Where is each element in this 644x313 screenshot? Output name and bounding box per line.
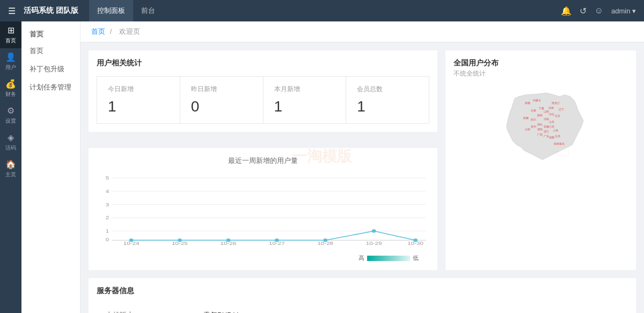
chart-container: 5 4 3 2 1 0	[97, 171, 429, 251]
china-map-svg: 黑龙江 吉林 辽宁 内蒙古 新疆 甘肃 宁夏 山西 河北 北京 陕西 河南	[453, 84, 628, 180]
line-chart-svg: 5 4 3 2 1 0	[97, 171, 429, 246]
stat-month-label: 本月新增	[274, 85, 335, 94]
svg-point-21	[226, 239, 231, 242]
svg-text:5: 5	[106, 175, 109, 181]
legend-low-label: 低	[413, 254, 419, 262]
table-row: 内核版本 青年PHP Ver	[98, 305, 627, 313]
svg-text:广西: 广西	[537, 133, 543, 136]
app-logo: 活码系统 团队版	[24, 6, 78, 16]
svg-text:吉林: 吉林	[548, 106, 554, 109]
svg-point-22	[275, 239, 279, 242]
svg-text:0: 0	[106, 236, 109, 242]
svg-text:河南: 河南	[544, 117, 549, 121]
sidebar-item-user[interactable]: 👤 用户	[0, 48, 21, 75]
topbar-nav: 控制面板 前台	[89, 0, 163, 21]
svg-text:新疆: 新疆	[525, 101, 530, 105]
server-table: 内核版本 青年PHP Ver 网站域名/IP 120.48.1.196 / 12…	[97, 304, 628, 313]
sidebar-item-finance[interactable]: 💰 财务	[0, 75, 21, 102]
breadcrumb-current: 欢迎页	[119, 27, 140, 35]
svg-text:四川: 四川	[531, 118, 536, 121]
main-icon: 🏠	[5, 159, 16, 169]
svg-text:黑龙江: 黑龙江	[552, 101, 560, 105]
svg-text:3: 3	[106, 202, 109, 207]
svg-text:宁夏: 宁夏	[539, 107, 544, 110]
svg-text:贵州: 贵州	[531, 125, 536, 128]
svg-text:湖北: 湖北	[537, 123, 543, 126]
svg-text:河北: 河北	[549, 113, 554, 116]
sub-sidebar-title: 首页	[21, 24, 80, 42]
stats-title: 用户相关统计	[97, 58, 429, 68]
bell-icon[interactable]: 🔔	[561, 6, 572, 16]
sub-sidebar-item-task[interactable]: 计划任务管理	[21, 78, 80, 96]
stat-total: 会员总数 1	[346, 77, 429, 123]
finance-icon: 💰	[5, 79, 16, 89]
sidebar-label-user: 用户	[5, 64, 16, 71]
stat-month: 本月新增 1	[264, 77, 347, 123]
svg-text:安徽: 安徽	[544, 125, 549, 128]
topbar-nav-dashboard[interactable]: 控制面板	[89, 0, 133, 21]
svg-text:云南: 云南	[525, 128, 530, 131]
svg-point-20	[178, 239, 182, 242]
svg-text:江苏: 江苏	[549, 125, 554, 128]
sidebar: ⊞ 首页 👤 用户 💰 财务 ⚙ 设置 ◈ 活码 🏠 主页	[0, 21, 21, 313]
stat-month-value: 1	[274, 98, 335, 115]
svg-text:陕西: 陕西	[537, 114, 543, 117]
admin-dropdown[interactable]: admin ▾	[611, 7, 636, 15]
map-section: 全国用户分布 不统全统计 黑龙江 吉林 辽宁 内蒙古 新疆	[445, 50, 636, 270]
svg-text:甘肃: 甘肃	[531, 109, 536, 112]
sidebar-item-home[interactable]: ⊞ 首页	[0, 21, 21, 48]
sub-sidebar: 首页 首页 补丁包升级 计划任务管理	[21, 21, 80, 313]
svg-text:南海诸岛: 南海诸岛	[554, 142, 565, 145]
china-map-container: 黑龙江 吉林 辽宁 内蒙古 新疆 甘肃 宁夏 山西 河北 北京 陕西 河南	[453, 84, 628, 180]
breadcrumb: 首页 / 欢迎页	[80, 21, 644, 42]
topbar-right: 🔔 ↺ ☺ admin ▾	[561, 6, 636, 16]
svg-point-19	[129, 239, 134, 242]
user-nav-icon: 👤	[5, 52, 16, 62]
svg-text:台湾: 台湾	[555, 135, 560, 138]
sidebar-label-qrcode: 活码	[5, 144, 16, 152]
sidebar-item-main[interactable]: 🏠 主页	[0, 155, 21, 182]
settings-icon: ⚙	[7, 106, 14, 116]
stat-today: 今日新增 1	[97, 77, 180, 123]
sub-sidebar-item-home[interactable]: 首页	[21, 42, 80, 60]
svg-text:4: 4	[106, 188, 109, 194]
svg-text:2: 2	[106, 214, 109, 220]
stat-today-value: 1	[108, 98, 169, 115]
breadcrumb-separator: /	[110, 27, 114, 35]
chart-title: 最近一周新增的用户量	[97, 156, 429, 166]
sidebar-item-qrcode[interactable]: ◈ 活码	[0, 129, 21, 155]
stat-today-label: 今日新增	[108, 85, 169, 94]
svg-text:广东: 广东	[544, 135, 549, 138]
user-icon[interactable]: ☺	[595, 6, 603, 16]
sidebar-label-finance: 财务	[5, 91, 16, 98]
topbar-nav-frontend[interactable]: 前台	[133, 0, 163, 21]
svg-text:山西: 山西	[544, 110, 549, 113]
stat-yesterday-label: 昨日新增	[191, 85, 252, 94]
stat-total-label: 会员总数	[357, 85, 418, 94]
svg-point-25	[413, 239, 418, 242]
stat-total-value: 1	[357, 98, 418, 115]
content-area: 首页 / 欢迎页 用户相关统计 今日新增 1	[80, 21, 644, 313]
stats-cards: 今日新增 1 昨日新增 0 本月新增 1	[97, 76, 429, 124]
breadcrumb-home[interactable]: 首页	[91, 27, 105, 35]
stats-section: 用户相关统计 今日新增 1 昨日新增 0 本月新增	[89, 50, 437, 132]
sidebar-label-settings: 设置	[5, 117, 16, 125]
refresh-icon[interactable]: ↺	[580, 6, 587, 16]
svg-text:福建: 福建	[549, 136, 554, 139]
svg-text:西藏: 西藏	[523, 116, 529, 120]
svg-point-23	[323, 239, 327, 242]
qrcode-icon: ◈	[8, 132, 14, 143]
svg-text:10-29: 10-29	[366, 240, 382, 246]
sub-sidebar-item-patch[interactable]: 补丁包升级	[21, 60, 80, 78]
sidebar-label-main: 主页	[5, 171, 16, 178]
svg-text:1: 1	[106, 228, 109, 234]
server-value-kernel: 青年PHP Ver	[195, 305, 627, 313]
legend-bar	[367, 256, 410, 261]
svg-text:北京: 北京	[555, 114, 560, 117]
menu-toggle-icon[interactable]: ☰	[8, 6, 16, 16]
chart-section: 最近一周新增的用户量 5 4 3 2 1 0	[89, 148, 437, 270]
stat-yesterday: 昨日新增 0	[180, 77, 264, 123]
svg-text:内蒙古: 内蒙古	[533, 99, 541, 102]
server-section: 服务器信息 内核版本 青年PHP Ver 网站域名/IP 120.48.1.19…	[89, 278, 636, 313]
sidebar-item-settings[interactable]: ⚙ 设置	[0, 102, 21, 129]
